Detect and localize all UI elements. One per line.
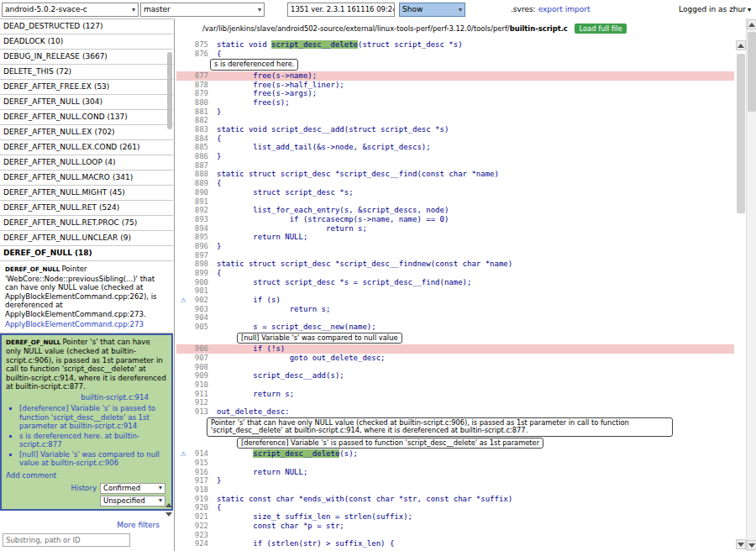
code-line[interactable]: 919static const char *ends_with(const ch…	[176, 495, 734, 504]
code-line[interactable]: 888static struct script_desc *script_des…	[176, 170, 734, 179]
checker-item[interactable]: DEREF_AFTER_FREE.EX(53)	[0, 80, 173, 95]
code-line[interactable]: 916 return NULL;	[176, 468, 734, 477]
filter-input[interactable]	[3, 533, 130, 547]
code-line[interactable]: 903 return s;	[176, 305, 734, 314]
code-line[interactable]: 899{	[176, 269, 734, 278]
code-line[interactable]: 900 struct script_desc *s = script_desc_…	[176, 278, 734, 287]
code-scrollbar-thumb[interactable]	[737, 54, 745, 213]
code-line[interactable]: 879 free(s->args);	[176, 89, 734, 98]
code-line[interactable]: 893 if (strcasecmp(s->name, name) == 0)	[176, 215, 734, 224]
code-line[interactable]: 882	[176, 116, 734, 125]
code-line[interactable]: 878 free(s->half_liner);	[176, 81, 734, 90]
load-full-file-button[interactable]: Load full file	[575, 24, 626, 34]
chevron-down-icon	[738, 543, 744, 547]
scroll-up-button[interactable]	[747, 19, 756, 29]
history-link[interactable]: History	[71, 484, 97, 493]
scroll-down-button[interactable]	[747, 540, 756, 550]
code-line[interactable]: 890 struct script_desc *s;	[176, 188, 734, 197]
prev-warning-button[interactable]	[164, 501, 173, 510]
trace-step[interactable]: s is dereferenced here. at builtin-scrip…	[19, 432, 167, 449]
checker-item[interactable]: DEREF_OF_NULL(18)	[0, 246, 173, 261]
code-line[interactable]: 885 list_add_tail(&s->node, &script_desc…	[176, 143, 734, 152]
code-line[interactable]: 904	[176, 313, 734, 323]
code-line[interactable]: 883static void script_desc__add(struct s…	[176, 125, 734, 134]
code-line[interactable]: 892 list_for_each_entry(s, &script_descs…	[176, 206, 734, 215]
checker-item[interactable]: DEREF_AFTER_NULL.MIGHT(45)	[0, 186, 173, 201]
checker-item[interactable]: DEREF_AFTER_NULL.EX.COND(261)	[0, 140, 173, 155]
code-line[interactable]: 917}	[176, 476, 734, 485]
code-line[interactable]: 877 free(s->name);	[176, 71, 734, 81]
project-select[interactable]: android-5.0.2-svace-c ▾	[2, 3, 139, 17]
user-menu-caret-icon[interactable]: ▾	[748, 6, 751, 13]
code-line[interactable]: 880 free(s);	[176, 98, 734, 108]
severity-select[interactable]: Unspecified ▾	[100, 496, 165, 506]
checker-item[interactable]: DEREF_AFTER_NULL.RET(524)	[0, 201, 173, 216]
code-line[interactable]: 881}	[176, 108, 734, 117]
code-line[interactable]: 887	[176, 161, 734, 171]
branch-select[interactable]: master ▾	[140, 3, 265, 17]
warning-location-link[interactable]: builtin-script.c:914	[81, 393, 149, 401]
code-line[interactable]: 908	[176, 363, 734, 372]
checker-item[interactable]: DEREF_AFTER_NULL(304)	[0, 95, 173, 110]
code-line[interactable]: 886}	[176, 152, 734, 161]
code-line[interactable]: 889{	[176, 179, 734, 188]
code-line[interactable]: 876{	[176, 50, 734, 59]
code-line[interactable]: ⚠914 script_desc__delete(s);	[176, 449, 734, 459]
checker-item[interactable]: DEADLOCK(10)	[0, 34, 173, 50]
add-comment-link[interactable]: Add comment	[6, 471, 56, 480]
code-line[interactable]: 909 script_desc__add(s);	[176, 371, 734, 380]
code-line[interactable]: 907 goto out_delete_desc;	[176, 354, 734, 363]
scroll-up-button[interactable]	[736, 40, 746, 50]
code-line[interactable]: 918	[176, 485, 734, 495]
code-line[interactable]: 894 return s;	[176, 224, 734, 234]
code-line[interactable]: 875static void script_desc__delete(struc…	[176, 40, 734, 50]
line-number: 877	[190, 71, 208, 81]
export-link[interactable]: export	[538, 5, 563, 13]
sidebar-scrollbar-thumb[interactable]	[167, 52, 172, 129]
checker-item[interactable]: DEREF_AFTER_NULL.MACRO(341)	[0, 171, 173, 186]
code-line[interactable]: 920{	[176, 503, 734, 512]
checker-item[interactable]: DEREF_AFTER_NULL.UNCLEAR(9)	[0, 231, 173, 246]
code-line[interactable]: 896}	[176, 242, 734, 251]
page-scrollbar-thumb[interactable]	[748, 32, 756, 112]
warning-card[interactable]: DEREF_OF_NULLPointer 'WebCore::Node::pre…	[0, 261, 173, 333]
import-link[interactable]: import	[565, 5, 591, 13]
code-line[interactable]: 898static struct script_desc *script_des…	[176, 260, 734, 269]
code-line[interactable]: ⚠902 if (s)	[176, 296, 734, 305]
code-line[interactable]: 897	[176, 251, 734, 260]
code-scrollbar	[736, 40, 746, 549]
code-line[interactable]: 915	[176, 459, 734, 468]
code-line[interactable]: 884{	[176, 134, 734, 144]
code-line[interactable]: 901	[176, 286, 734, 296]
code-line[interactable]: 921 size_t suffix_len = strlen(suffix);	[176, 512, 734, 522]
selected-warning-card[interactable]: DEREF_OF_NULLPointer 's' that can have o…	[0, 333, 173, 512]
code-line[interactable]: 922 const char *p = str;	[176, 522, 734, 531]
checker-item[interactable]: DEAD_DESTRUCTED(127)	[0, 19, 173, 34]
scroll-down-button[interactable]	[736, 539, 746, 549]
code-line[interactable]: 924 if (strlen(str) > suffix_len) {	[176, 539, 734, 548]
code-line[interactable]: 891	[176, 197, 734, 207]
show-select[interactable]: Show ▾	[399, 3, 465, 17]
version-select[interactable]: 1351 ver. 2.3.1 161116 09:24 ▾	[287, 3, 395, 17]
history-status-select[interactable]: Confirmed ▾	[100, 483, 165, 494]
code-line[interactable]: 913out_delete_desc:	[176, 407, 734, 417]
checker-item[interactable]: DEREF_AFTER_NULL.EX(702)	[0, 125, 173, 140]
code-line[interactable]: 905 s = script_desc__new(name);	[176, 323, 734, 332]
line-number: 920	[190, 503, 208, 512]
next-warning-button[interactable]	[164, 510, 173, 519]
code-line[interactable]: 912	[176, 398, 734, 407]
trace-step[interactable]: [dereference] Variable 's' is passed to …	[19, 404, 167, 431]
more-filters-link[interactable]: More filters	[117, 521, 160, 529]
checker-item[interactable]: DEBUG_IN_RELEASE(3667)	[0, 50, 173, 65]
checker-item[interactable]: DEREF_AFTER_NULL.COND(137)	[0, 110, 173, 125]
code-line[interactable]: 923	[176, 531, 734, 540]
checker-item[interactable]: DEREF_AFTER_NULL.RET.PROC(75)	[0, 216, 173, 231]
checker-item[interactable]: DELETE_THIS(72)	[0, 65, 173, 80]
code-line[interactable]: 910	[176, 380, 734, 390]
trace-step[interactable]: [null] Variable 's' was compared to null…	[19, 450, 167, 468]
code-line[interactable]: 906 if (!s)	[176, 344, 734, 354]
warning-location-link[interactable]: ApplyBlockElementCommand.cpp:273	[5, 320, 144, 328]
code-line[interactable]: 911 return s;	[176, 390, 734, 399]
checker-item[interactable]: DEREF_AFTER_NULL.LOOP(4)	[0, 155, 173, 171]
code-line[interactable]: 895 return NULL;	[176, 233, 734, 242]
